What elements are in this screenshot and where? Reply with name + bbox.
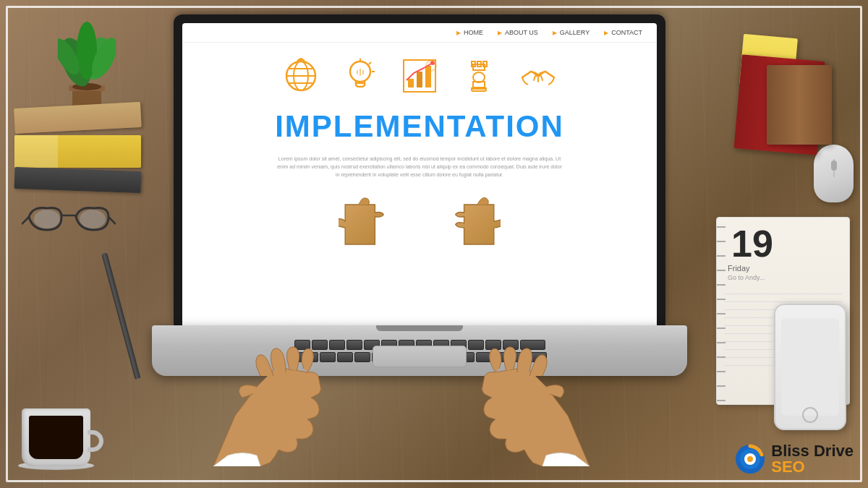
svg-point-18 [299,58,302,61]
website-content: IMPLEMENTATION Lorem ipsum dolor sit ame… [182,43,657,266]
coffee-cup [22,394,101,466]
website-body-text: Lorem ipsum dolor sit amet, consectetur … [275,155,564,179]
brand-name: Bliss Drive SEO [771,443,854,475]
phone-body [774,304,846,430]
globe-icon [282,57,320,95]
svg-point-35 [473,72,485,82]
main-scene: ▶ HOME ▶ ABOUT US ▶ GALLERY ▶ CONTACT [0,0,868,488]
website-icons-row [282,57,557,95]
lightbulb-icon [341,57,379,95]
svg-point-43 [747,456,753,462]
cup-handle [88,430,103,452]
notebook-day: Friday Go to Andy... [717,262,849,283]
mouse-divider-line [833,159,834,177]
handshake-icon [519,57,557,95]
svg-line-10 [109,217,116,224]
svg-rect-28 [408,79,414,87]
notebook-line [724,294,842,294]
book-yellow [14,135,141,168]
book-brown-right [767,65,832,145]
mouse[interactable] [814,145,854,202]
svg-point-11 [34,210,60,228]
smartphone[interactable] [774,304,846,430]
nav-item-home[interactable]: ▶ HOME [456,29,483,36]
nav-item-gallery[interactable]: ▶ GALLERY [553,29,590,36]
glasses [22,202,109,239]
cup-coffee-liquid [29,416,83,459]
books-right [738,58,825,152]
notebook-spiral [717,218,726,404]
nav-arrow-contact: ▶ [604,30,608,36]
nav-arrow-gallery: ▶ [553,30,557,36]
branding-section: Bliss Drive SEO [735,443,854,475]
svg-line-22 [369,62,371,64]
nav-arrow-about: ▶ [498,30,502,36]
plant-decoration [58,22,116,108]
svg-rect-29 [417,72,422,87]
phone-screen [781,318,839,416]
books-stack-left [14,108,145,192]
nav-item-about[interactable]: ▶ ABOUT US [498,29,538,36]
chart-icon [401,57,438,95]
book-dark [14,167,142,193]
brand-text: Bliss Drive SEO [771,443,854,475]
typing-hands [192,242,611,466]
brand-drive: Drive [814,442,854,460]
cup-body [22,408,90,466]
svg-point-12 [80,210,106,228]
chess-icon [460,57,498,95]
svg-line-9 [22,217,29,224]
nav-item-contact[interactable]: ▶ CONTACT [604,29,642,36]
brand-logo-icon [735,444,765,474]
notebook-line [724,301,842,302]
phone-home-button[interactable] [802,407,818,423]
implementation-title: IMPLEMENTATION [275,109,564,144]
website-nav: ▶ HOME ▶ ABOUT US ▶ GALLERY ▶ CONTACT [182,23,657,43]
mouse-body [814,145,854,202]
notebook-date: 19 [717,218,849,262]
brand-seo: SEO [771,458,804,476]
nav-arrow-home: ▶ [456,30,461,36]
